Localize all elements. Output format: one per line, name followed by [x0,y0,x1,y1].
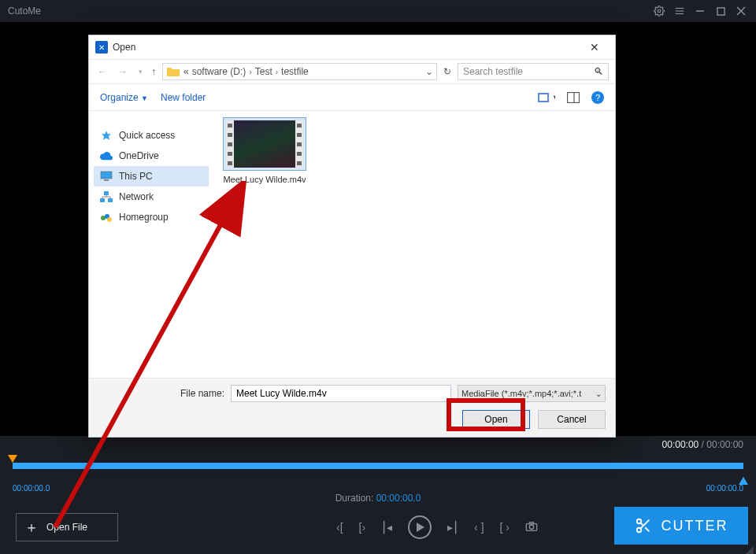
file-list[interactable]: Meet Lucy Wilde.m4v [213,111,615,378]
resize-grip-icon[interactable]: ◢ [745,543,754,552]
svg-rect-26 [100,198,105,202]
svg-line-16 [640,523,643,526]
filename-input[interactable] [231,385,451,402]
monitor-icon [100,170,113,183]
prev-frame-icon[interactable]: ⎮◂ [381,521,392,534]
nav-forward-icon[interactable]: → [116,66,130,77]
play-button[interactable] [408,515,432,539]
svg-point-12 [636,519,641,524]
dialog-title: Open [113,42,135,53]
dialog-nav: ← → ▾ ↑ « software (D:)› Test› testfile … [89,59,615,84]
bottom-panel: 00:00:00 / 00:00:00 00:00:00.0 00:00:00.… [0,436,756,554]
svg-marker-22 [102,131,111,140]
file-type-filter[interactable]: MediaFile (*.m4v;*.mp4;*.avi;*.t ⌄ [458,385,606,402]
nav-item-network[interactable]: Network [94,187,209,207]
svg-point-10 [529,525,533,529]
filename-label: File name: [180,388,224,399]
cutter-button[interactable]: CUTTER [614,507,748,545]
svg-rect-24 [104,179,109,181]
menu-icon[interactable] [673,4,687,18]
close-icon[interactable] [734,4,748,18]
svg-point-30 [107,217,112,222]
svg-rect-18 [539,94,547,101]
svg-rect-25 [104,191,109,195]
help-icon[interactable]: ? [591,91,604,104]
nav-item-this-pc[interactable]: This PC [94,166,209,187]
time-current: 00:00:00 [662,439,699,450]
nav-back-icon[interactable]: ← [95,66,109,77]
file-item[interactable]: Meet Lucy Wilde.m4v [223,117,306,185]
dialog-toolbar: Organize ▼ New folder ▼ ? [89,84,615,111]
plus-icon: ＋ [24,518,39,537]
svg-text:▼: ▼ [552,94,555,102]
jump-fwd-icon[interactable]: [ › [500,521,510,534]
new-folder-button[interactable]: New folder [161,92,206,103]
breadcrumb-seg[interactable]: Test [255,66,272,77]
file-thumbnail [223,117,306,171]
refresh-icon[interactable]: ↻ [443,66,451,77]
star-icon [100,129,113,142]
homegroup-icon [100,211,113,223]
search-icon: 🔍︎ [594,66,603,77]
mark-in-icon[interactable]: ‹[ [336,521,343,534]
svg-rect-27 [108,198,113,202]
app-icon: ✕ [95,41,108,54]
file-item-label: Meet Lucy Wilde.m4v [223,174,306,185]
svg-point-0 [658,9,661,13]
timeline-track[interactable] [13,463,743,469]
nav-up-icon[interactable]: ↑ [151,66,156,77]
nav-item-quick-access[interactable]: Quick access [94,125,209,146]
nav-item-homegroup[interactable]: Homegroup [94,207,209,227]
nav-pane: Quick access OneDrive This PC Network Ho… [89,111,213,378]
time-readout: 00:00:00 / 00:00:00 [662,436,743,453]
view-mode-icon[interactable]: ▼ [538,91,555,104]
settings-icon[interactable] [652,4,666,18]
timeline[interactable]: 00:00:00.0 00:00:00.0 [13,456,743,480]
folder-icon [166,66,180,77]
breadcrumb-seg[interactable]: testfile [281,66,309,77]
jump-back-icon[interactable]: ‹ ] [474,521,484,534]
svg-line-15 [645,527,649,531]
open-button[interactable]: Open [462,410,530,429]
snapshot-icon[interactable] [525,521,538,534]
nav-item-onedrive[interactable]: OneDrive [94,146,209,166]
dialog-close-button[interactable]: ✕ [580,41,609,54]
timeline-end-label: 00:00:00.0 [706,484,743,493]
app-title: CutoMe [8,6,652,17]
next-frame-icon[interactable]: ▸⎮ [447,521,458,534]
svg-rect-11 [529,522,533,523]
search-input[interactable]: Search testfile 🔍︎ [458,63,609,80]
time-total: 00:00:00 [706,439,743,450]
timeline-start-label: 00:00:00.0 [13,484,50,493]
minimize-icon[interactable] [693,4,707,18]
duration-label: Duration: 00:00:00.0 [0,493,756,504]
preview-pane-icon[interactable] [565,91,582,104]
file-open-dialog: ✕ Open ✕ ← → ▾ ↑ « software (D:)› Test› … [88,35,616,438]
dialog-footer: File name: MediaFile (*.m4v;*.mp4;*.avi;… [89,378,615,437]
open-file-button[interactable]: ＋ Open File [16,513,118,541]
breadcrumb-seg[interactable]: software (D:) [192,66,246,77]
cloud-icon [100,150,113,162]
nav-history-icon[interactable]: ▾ [136,68,145,76]
chevron-down-icon: ⌄ [595,390,602,398]
svg-marker-8 [417,523,424,532]
breadcrumb-seg[interactable]: « [183,66,189,77]
breadcrumb[interactable]: « software (D:)› Test› testfile ⌄ [162,63,437,80]
mark-out-icon[interactable]: [› [359,521,366,534]
svg-rect-20 [568,92,580,102]
svg-point-13 [636,528,641,533]
network-icon [100,190,113,203]
duration-value: 00:00:00.0 [376,493,421,504]
organize-button[interactable]: Organize ▼ [100,92,148,103]
app-titlebar: CutoMe [0,0,756,22]
cancel-button[interactable]: Cancel [538,410,606,429]
timeline-start-handle[interactable] [8,455,17,463]
maximize-icon[interactable] [713,4,728,18]
svg-rect-23 [101,172,112,179]
scissors-icon [635,517,652,534]
svg-rect-5 [717,7,724,14]
chevron-down-icon[interactable]: ⌄ [425,66,433,77]
dialog-titlebar: ✕ Open ✕ [89,35,615,59]
